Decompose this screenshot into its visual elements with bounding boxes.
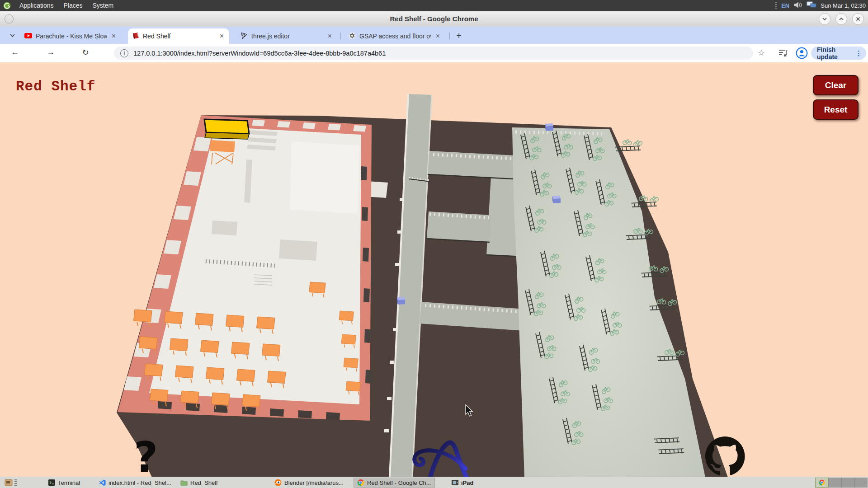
workspace-1[interactable] bbox=[815, 478, 828, 488]
browser-menu-icon[interactable]: ⋮ bbox=[855, 49, 862, 57]
bookmark-star-icon[interactable]: ☆ bbox=[758, 48, 765, 58]
window-titlebar[interactable]: Red Shelf - Google Chrome bbox=[0, 11, 868, 27]
system-tray: EN Sun Mar 1, 02:30 bbox=[775, 1, 868, 10]
blender-icon bbox=[274, 479, 282, 486]
minimize-button[interactable] bbox=[819, 13, 830, 25]
vscode-icon bbox=[99, 479, 106, 486]
window-controls bbox=[819, 13, 864, 25]
chrome-icon bbox=[819, 479, 825, 486]
workspace-4[interactable] bbox=[854, 478, 868, 488]
menu-system[interactable]: System bbox=[88, 0, 119, 11]
taskbar-item-blender[interactable]: Blender [/media/arus... bbox=[271, 478, 347, 488]
workspace-3[interactable] bbox=[841, 478, 854, 488]
tab-parachute[interactable]: Parachute - Kiss Me Slow × bbox=[20, 28, 121, 44]
chatgpt-icon bbox=[349, 32, 356, 41]
tab-strip: Parachute - Kiss Me Slow × Red Shelf × t… bbox=[0, 27, 868, 44]
media-controls-icon[interactable] bbox=[778, 49, 788, 59]
chrome-icon bbox=[357, 479, 364, 486]
forward-button[interactable]: → bbox=[45, 47, 57, 57]
new-tab-button[interactable]: + bbox=[453, 30, 465, 42]
tab-close-icon[interactable]: × bbox=[219, 33, 225, 40]
taskbar-item-vscode[interactable]: index.html - Red_Shel... bbox=[96, 478, 175, 488]
terminal-icon bbox=[48, 479, 55, 486]
profile-avatar-icon[interactable] bbox=[796, 47, 808, 61]
taskbar-item-chrome[interactable]: Red Shelf - Google Ch... bbox=[354, 478, 435, 488]
menu-applications[interactable]: Applications bbox=[14, 0, 59, 11]
tab-close-icon[interactable]: × bbox=[327, 33, 333, 40]
tab-close-icon[interactable]: × bbox=[435, 33, 441, 40]
finish-update-button[interactable]: Finish update ⋮ bbox=[811, 47, 866, 60]
ipad-icon bbox=[452, 480, 458, 485]
menu-places[interactable]: Places bbox=[59, 0, 88, 11]
url-text[interactable]: 127.0.0.1:3000/index.html?serverWindowId… bbox=[133, 50, 386, 57]
volume-icon[interactable] bbox=[793, 1, 802, 10]
youtube-icon bbox=[24, 33, 32, 40]
folder-icon bbox=[180, 479, 188, 486]
clear-button[interactable]: Clear bbox=[813, 75, 859, 95]
tab-separator bbox=[340, 33, 341, 39]
reset-button[interactable]: Reset bbox=[813, 99, 859, 120]
threejs-icon bbox=[241, 32, 248, 41]
tab-red-shelf[interactable]: Red Shelf × bbox=[128, 28, 229, 44]
tab-gsap-access[interactable]: GSAP access and floor ov × bbox=[344, 28, 445, 44]
window-title: Red Shelf - Google Chrome bbox=[390, 15, 478, 23]
keyboard-layout-indicator[interactable]: EN bbox=[781, 2, 789, 9]
workspace-2[interactable] bbox=[828, 478, 841, 488]
red-shelf-app: ? Red Shelf Clear Reset bbox=[0, 62, 868, 477]
workspace-switcher bbox=[815, 478, 868, 488]
taskbar-grip-handle[interactable] bbox=[14, 479, 17, 486]
3d-scene-canvas[interactable]: ? bbox=[0, 62, 868, 477]
network-icon[interactable] bbox=[807, 1, 816, 9]
tab-close-icon[interactable]: × bbox=[111, 33, 117, 40]
desktop: Applications Places System EN Sun Mar 1,… bbox=[0, 0, 868, 488]
close-button[interactable] bbox=[852, 13, 864, 25]
site-info-icon[interactable]: i bbox=[120, 49, 128, 57]
help-question-mark[interactable]: ? bbox=[134, 433, 158, 477]
window-menu-button[interactable] bbox=[5, 14, 14, 23]
back-button[interactable]: ← bbox=[9, 47, 21, 57]
show-desktop-icon[interactable] bbox=[1, 478, 16, 488]
taskbar-item-folder[interactable]: Red_Shelf bbox=[177, 478, 221, 488]
maximize-button[interactable] bbox=[835, 13, 847, 25]
red-book-icon bbox=[132, 32, 139, 40]
tab-separator bbox=[449, 33, 450, 39]
taskbar: Terminal index.html - Red_Shel... Red_Sh… bbox=[0, 477, 868, 488]
tray-grip-handle[interactable] bbox=[775, 2, 777, 9]
taskbar-item-terminal[interactable]: Terminal bbox=[45, 478, 83, 488]
page-title: Red Shelf bbox=[16, 79, 95, 94]
taskbar-item-ipad[interactable]: iPad bbox=[448, 478, 476, 488]
tab-threejs-editor[interactable]: three.js editor × bbox=[236, 28, 337, 44]
address-bar[interactable]: i 127.0.0.1:3000/index.html?serverWindow… bbox=[114, 47, 753, 60]
building bbox=[118, 115, 372, 421]
clock[interactable]: Sun Mar 1, 02:30 bbox=[821, 2, 866, 9]
reload-button[interactable]: ↻ bbox=[80, 47, 91, 57]
browser-toolbar: ← → ↻ i 127.0.0.1:3000/index.html?server… bbox=[0, 44, 868, 62]
top-panel: Applications Places System EN Sun Mar 1,… bbox=[0, 0, 868, 11]
tab-search-button[interactable] bbox=[6, 29, 18, 41]
distro-menu-icon[interactable] bbox=[3, 2, 11, 9]
